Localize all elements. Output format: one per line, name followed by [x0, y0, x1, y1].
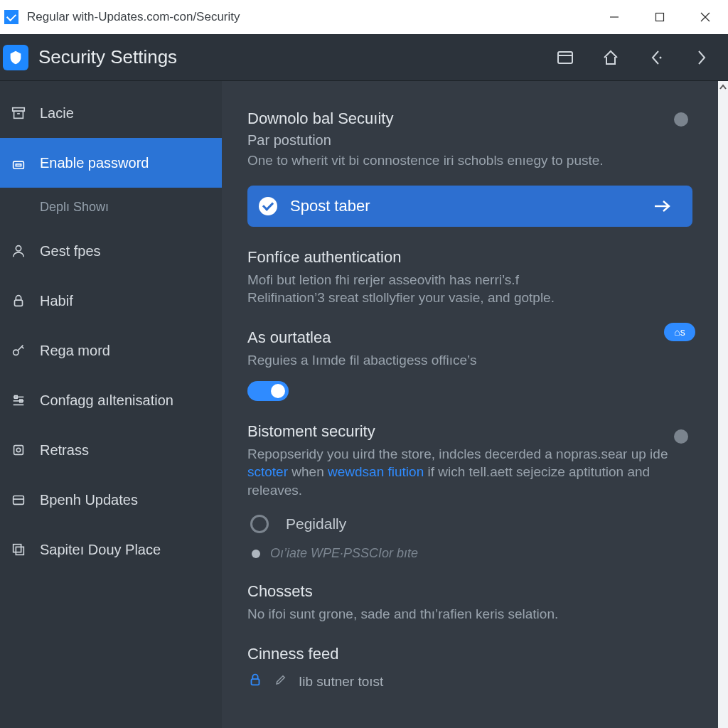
sidebar-item-label: Rega mord	[40, 343, 110, 359]
section5-title: Chossets	[247, 582, 692, 601]
sidebar-item-label: Retrass	[40, 442, 89, 459]
section4-desc-pre: Repopseridy you uird the store, indcles …	[247, 446, 668, 461]
primary-action-button[interactable]: Spost taber	[247, 186, 692, 227]
sidebar-item-enable-password[interactable]: Enable password	[0, 138, 222, 188]
section1-radio[interactable]	[674, 112, 688, 127]
sidebar-item-label: Habif	[40, 293, 73, 309]
svg-rect-8	[14, 111, 23, 118]
section4-link2[interactable]: wewdsan fiution	[328, 464, 424, 479]
pill-badge[interactable]: ⌂s	[664, 323, 695, 341]
feed-text: Iib sutner toıst	[299, 674, 383, 690]
svg-rect-1	[656, 14, 664, 21]
target-icon	[10, 441, 27, 459]
titlebar-left: Regular with-Updates.com-con/Security	[0, 10, 240, 24]
header-actions	[553, 46, 714, 70]
minimize-icon	[609, 12, 619, 22]
section-bistoment-security: Bistoment security Repopseridy you uird …	[247, 422, 692, 562]
sidebar-subitem-depli-show[interactable]: Deplı Showı	[0, 188, 222, 226]
sidebar-item-habif[interactable]: Habif	[0, 276, 222, 326]
small-caption-text: Oı’iate WPE·PSSCIor bıte	[270, 546, 418, 561]
section-chossets: Chossets No ifoi sunt grone, sade and th…	[247, 582, 692, 623]
pencil-icon	[274, 673, 287, 690]
padlock-icon	[10, 292, 27, 309]
close-icon	[700, 12, 710, 22]
section2-desc-line2: Relifination’3 sreat stlollyfier your va…	[247, 289, 692, 307]
scrollbar[interactable]	[718, 81, 728, 728]
section4-title: Bistoment security	[247, 422, 692, 441]
section2-title: Fonfíce authentication	[247, 248, 692, 267]
folder-icon	[10, 491, 27, 508]
app-header: Security Settings	[0, 34, 728, 81]
section4-link1[interactable]: sctoter	[247, 464, 288, 479]
sidebar-item-gest-fpes[interactable]: Gest fpes	[0, 226, 222, 276]
lock-icon	[10, 154, 27, 171]
feed-row[interactable]: Iib sutner toıst	[247, 672, 692, 691]
pill-badge-text: ⌂s	[674, 326, 685, 338]
sidebar-item-label: Lacie	[40, 105, 74, 122]
window-title: Regular with-Updates.com-con/Security	[27, 10, 240, 24]
section-as-ourtatlea: As ourtatlea Reguies a Iımde fil abactig…	[247, 328, 692, 401]
radio-row-pegidally[interactable]: Pegidally	[250, 515, 692, 533]
window-titlebar: Regular with-Updates.com-con/Security	[0, 0, 728, 34]
sidebar-item-lacie[interactable]: Lacie	[0, 88, 222, 138]
section1-title: Downolo bal Secuıity	[247, 109, 692, 128]
home-icon	[601, 48, 620, 67]
svg-rect-20	[14, 446, 23, 455]
back-button[interactable]	[644, 46, 668, 70]
section-fonfice-auth: Fonfíce authentication Mofi but letion f…	[247, 248, 692, 307]
maximize-icon	[655, 12, 665, 22]
sidebar-item-rega-mord[interactable]: Rega mord	[0, 326, 222, 375]
svg-rect-11	[16, 164, 21, 166]
svg-rect-27	[252, 679, 259, 685]
sidebar-item-sapite-place[interactable]: Sapiteı Douy Place	[0, 525, 222, 574]
app-frame: Security Settings Lacie	[0, 34, 728, 728]
chevron-up-icon	[719, 84, 727, 91]
home-button[interactable]	[599, 46, 623, 70]
app-body: Lacie Enable password Deplı Showı Gest f…	[0, 81, 728, 728]
radio-outline-icon	[250, 515, 269, 533]
svg-rect-4	[558, 52, 572, 63]
svg-rect-22	[14, 496, 24, 505]
minimize-button[interactable]	[592, 0, 637, 34]
svg-point-14	[14, 350, 18, 355]
forward-button[interactable]	[690, 46, 714, 70]
svg-rect-10	[14, 161, 24, 168]
window-controls	[592, 0, 728, 34]
page-title: Security Settings	[38, 46, 177, 68]
primary-button-label: Spost taber	[290, 197, 370, 215]
chevron-right-icon	[692, 48, 711, 67]
sidebar-item-retrass[interactable]: Retrass	[0, 425, 222, 475]
sidebar-item-label: Enable password	[40, 155, 149, 171]
shield-icon	[8, 50, 23, 65]
panel-button[interactable]	[553, 46, 577, 70]
maximize-button[interactable]	[637, 0, 682, 34]
check-circle-icon	[259, 197, 277, 215]
section2-desc-line1: Mofi but letion fhi rerjer asseovith has…	[247, 271, 692, 289]
small-caption-row: Oı’iate WPE·PSSCIor bıte	[252, 546, 692, 561]
svg-point-12	[16, 246, 21, 251]
svg-rect-24	[14, 545, 21, 552]
header-left: Security Settings	[0, 45, 177, 70]
close-button[interactable]	[682, 0, 728, 34]
svg-point-6	[660, 56, 662, 58]
sidebar-item-label: Gest fpes	[40, 243, 101, 259]
section1-subtitle: Par postution	[247, 132, 692, 149]
section1-desc: One to wherit vit bi connostence iri sch…	[247, 151, 692, 170]
section-download-security: Downolo bal Secuıity Par postution One t…	[247, 109, 692, 227]
sliders-icon	[10, 392, 27, 409]
section3-title: As ourtatlea	[247, 328, 692, 347]
chevron-left-icon	[647, 48, 665, 67]
copy-icon	[10, 541, 27, 558]
section4-desc: Repopseridy you uird the store, indcles …	[247, 445, 692, 500]
sidebar-item-confagg-auth[interactable]: Confagg aıltenisation	[0, 375, 222, 425]
sidebar-item-label: Bpenh Updates	[40, 492, 138, 508]
section4-radio[interactable]	[674, 429, 688, 444]
app-logo	[3, 45, 28, 70]
main-panel: Downolo bal Secuıity Par postution One t…	[222, 81, 718, 728]
scroll-up-button[interactable]	[718, 81, 728, 94]
arrow-right-icon	[651, 196, 673, 217]
app-icon	[4, 10, 18, 24]
toggle-switch[interactable]	[247, 381, 289, 401]
sidebar-item-bpenh-updates[interactable]: Bpenh Updates	[0, 475, 222, 525]
key-icon	[10, 342, 27, 359]
